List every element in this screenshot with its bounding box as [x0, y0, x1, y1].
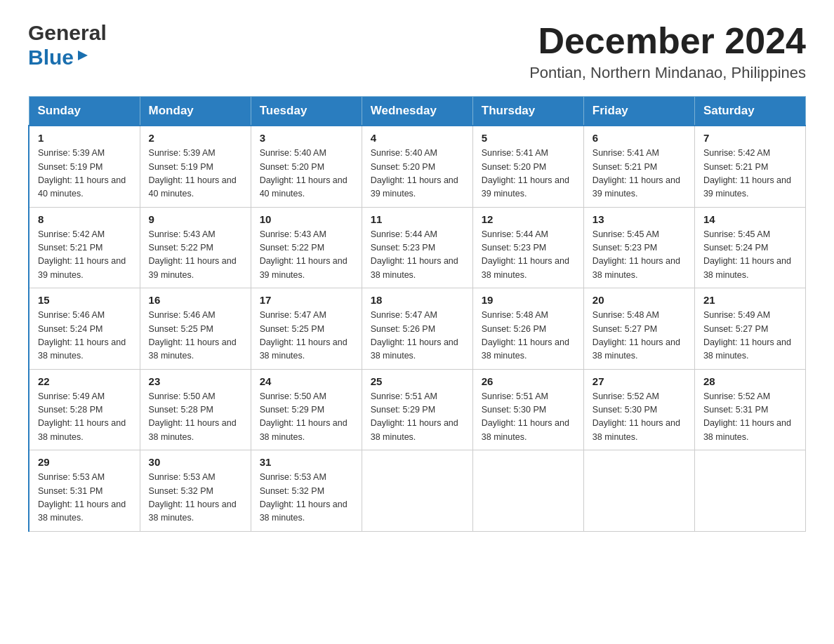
- sunrise-label: Sunrise: 5:53 AM: [260, 472, 326, 482]
- sunset-label: Sunset: 5:22 PM: [149, 243, 213, 253]
- calendar-cell: 13 Sunrise: 5:45 AM Sunset: 5:23 PM Dayl…: [583, 207, 694, 288]
- daylight-label: Daylight: 11 hours and 38 minutes.: [482, 256, 569, 279]
- calendar-cell: 23 Sunrise: 5:50 AM Sunset: 5:28 PM Dayl…: [140, 369, 251, 450]
- day-number: 29: [38, 456, 131, 468]
- calendar-cell: 18 Sunrise: 5:47 AM Sunset: 5:26 PM Dayl…: [362, 288, 472, 370]
- day-info: Sunrise: 5:53 AM Sunset: 5:31 PM Dayligh…: [38, 471, 131, 525]
- sunset-label: Sunset: 5:27 PM: [593, 324, 657, 334]
- calendar-cell: [472, 450, 583, 532]
- sunrise-label: Sunrise: 5:42 AM: [38, 229, 105, 239]
- calendar-cell: 22 Sunrise: 5:49 AM Sunset: 5:28 PM Dayl…: [29, 369, 140, 450]
- sunset-label: Sunset: 5:32 PM: [260, 486, 324, 496]
- daylight-label: Daylight: 11 hours and 38 minutes.: [703, 256, 791, 279]
- day-number: 28: [703, 375, 797, 387]
- daylight-label: Daylight: 11 hours and 38 minutes.: [260, 337, 348, 361]
- day-number: 16: [149, 294, 242, 306]
- day-number: 9: [149, 213, 242, 225]
- sunrise-label: Sunrise: 5:50 AM: [149, 391, 216, 401]
- sunset-label: Sunset: 5:20 PM: [260, 162, 324, 172]
- sunset-label: Sunset: 5:26 PM: [482, 324, 546, 334]
- day-number: 20: [593, 294, 686, 306]
- day-number: 2: [149, 132, 242, 144]
- sunset-label: Sunset: 5:29 PM: [260, 405, 324, 415]
- daylight-label: Daylight: 11 hours and 38 minutes.: [149, 499, 237, 523]
- sunrise-label: Sunrise: 5:43 AM: [260, 229, 326, 239]
- calendar-week-row: 1 Sunrise: 5:39 AM Sunset: 5:19 PM Dayli…: [29, 126, 806, 207]
- daylight-label: Daylight: 11 hours and 38 minutes.: [482, 337, 569, 361]
- svg-marker-0: [78, 51, 88, 60]
- day-number: 5: [482, 132, 575, 144]
- col-saturday: Saturday: [694, 97, 805, 126]
- sunset-label: Sunset: 5:30 PM: [482, 405, 546, 415]
- day-info: Sunrise: 5:39 AM Sunset: 5:19 PM Dayligh…: [149, 147, 242, 201]
- sunset-label: Sunset: 5:21 PM: [38, 243, 102, 253]
- calendar-cell: 2 Sunrise: 5:39 AM Sunset: 5:19 PM Dayli…: [140, 126, 251, 207]
- day-info: Sunrise: 5:49 AM Sunset: 5:28 PM Dayligh…: [38, 390, 131, 445]
- day-info: Sunrise: 5:46 AM Sunset: 5:24 PM Dayligh…: [38, 309, 131, 363]
- title-area: December 2024 Pontian, Northern Mindanao…: [529, 21, 806, 82]
- day-info: Sunrise: 5:52 AM Sunset: 5:30 PM Dayligh…: [593, 390, 686, 445]
- daylight-label: Daylight: 11 hours and 40 minutes.: [38, 175, 126, 199]
- sunset-label: Sunset: 5:31 PM: [38, 486, 102, 496]
- sunset-label: Sunset: 5:29 PM: [371, 405, 435, 415]
- calendar-week-row: 29 Sunrise: 5:53 AM Sunset: 5:31 PM Dayl…: [29, 450, 806, 532]
- day-number: 18: [371, 294, 464, 306]
- daylight-label: Daylight: 11 hours and 38 minutes.: [371, 418, 458, 441]
- day-info: Sunrise: 5:45 AM Sunset: 5:23 PM Dayligh…: [593, 228, 686, 283]
- daylight-label: Daylight: 11 hours and 38 minutes.: [593, 256, 680, 279]
- day-number: 17: [260, 294, 353, 306]
- calendar-cell: 10 Sunrise: 5:43 AM Sunset: 5:22 PM Dayl…: [251, 207, 362, 288]
- day-number: 13: [593, 213, 686, 225]
- sunset-label: Sunset: 5:27 PM: [703, 324, 768, 334]
- day-number: 24: [260, 375, 353, 387]
- daylight-label: Daylight: 11 hours and 40 minutes.: [260, 175, 348, 199]
- calendar-cell: 3 Sunrise: 5:40 AM Sunset: 5:20 PM Dayli…: [251, 126, 362, 207]
- logo-blue-text: Blue: [28, 46, 74, 70]
- calendar-cell: 29 Sunrise: 5:53 AM Sunset: 5:31 PM Dayl…: [29, 450, 140, 532]
- calendar-cell: 17 Sunrise: 5:47 AM Sunset: 5:25 PM Dayl…: [251, 288, 362, 370]
- sunrise-label: Sunrise: 5:52 AM: [703, 391, 770, 401]
- day-number: 6: [593, 132, 686, 144]
- sunrise-label: Sunrise: 5:44 AM: [371, 229, 437, 239]
- sunrise-label: Sunrise: 5:46 AM: [149, 310, 216, 320]
- daylight-label: Daylight: 11 hours and 38 minutes.: [482, 418, 569, 441]
- sunset-label: Sunset: 5:19 PM: [38, 162, 102, 172]
- day-number: 8: [38, 213, 131, 225]
- calendar-cell: 25 Sunrise: 5:51 AM Sunset: 5:29 PM Dayl…: [362, 369, 472, 450]
- daylight-label: Daylight: 11 hours and 38 minutes.: [149, 418, 237, 441]
- col-wednesday: Wednesday: [362, 97, 472, 126]
- daylight-label: Daylight: 11 hours and 39 minutes.: [149, 256, 237, 279]
- day-number: 10: [260, 213, 353, 225]
- daylight-label: Daylight: 11 hours and 40 minutes.: [149, 175, 237, 199]
- day-info: Sunrise: 5:50 AM Sunset: 5:28 PM Dayligh…: [149, 390, 242, 445]
- sunrise-label: Sunrise: 5:40 AM: [371, 148, 437, 158]
- day-number: 12: [482, 213, 575, 225]
- sunset-label: Sunset: 5:20 PM: [482, 162, 546, 172]
- daylight-label: Daylight: 11 hours and 38 minutes.: [703, 418, 791, 441]
- day-number: 1: [38, 132, 131, 144]
- day-info: Sunrise: 5:46 AM Sunset: 5:25 PM Dayligh…: [149, 309, 242, 363]
- daylight-label: Daylight: 11 hours and 38 minutes.: [593, 337, 680, 361]
- sunrise-label: Sunrise: 5:45 AM: [593, 229, 659, 239]
- col-tuesday: Tuesday: [251, 97, 362, 126]
- day-info: Sunrise: 5:53 AM Sunset: 5:32 PM Dayligh…: [149, 471, 242, 525]
- calendar-cell: 9 Sunrise: 5:43 AM Sunset: 5:22 PM Dayli…: [140, 207, 251, 288]
- day-number: 31: [260, 456, 353, 468]
- daylight-label: Daylight: 11 hours and 38 minutes.: [38, 499, 126, 523]
- day-info: Sunrise: 5:50 AM Sunset: 5:29 PM Dayligh…: [260, 390, 353, 445]
- day-info: Sunrise: 5:49 AM Sunset: 5:27 PM Dayligh…: [703, 309, 797, 363]
- day-info: Sunrise: 5:51 AM Sunset: 5:29 PM Dayligh…: [371, 390, 464, 445]
- page-header: General Blue December 2024 Pontian, Nort…: [28, 21, 806, 82]
- logo: General Blue: [28, 21, 107, 69]
- sunrise-label: Sunrise: 5:50 AM: [260, 391, 326, 401]
- calendar-header-row: Sunday Monday Tuesday Wednesday Thursday…: [29, 97, 806, 126]
- sunrise-label: Sunrise: 5:52 AM: [593, 391, 659, 401]
- calendar-cell: 11 Sunrise: 5:44 AM Sunset: 5:23 PM Dayl…: [362, 207, 472, 288]
- day-number: 19: [482, 294, 575, 306]
- sunset-label: Sunset: 5:20 PM: [371, 162, 435, 172]
- sunrise-label: Sunrise: 5:41 AM: [593, 148, 659, 158]
- sunset-label: Sunset: 5:28 PM: [149, 405, 213, 415]
- calendar-cell: 16 Sunrise: 5:46 AM Sunset: 5:25 PM Dayl…: [140, 288, 251, 370]
- day-info: Sunrise: 5:44 AM Sunset: 5:23 PM Dayligh…: [371, 228, 464, 283]
- col-friday: Friday: [583, 97, 694, 126]
